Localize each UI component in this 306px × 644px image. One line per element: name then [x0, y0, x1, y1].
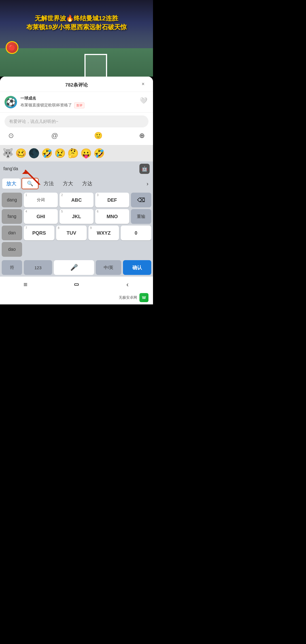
emoji-grinning-sweat[interactable]: 🤣 — [41, 148, 53, 159]
key-reenter[interactable]: 重输 — [131, 209, 151, 224]
video-field — [0, 48, 153, 77]
emoji-button[interactable]: 🙂 — [93, 130, 104, 141]
at-icon: @ — [51, 132, 58, 140]
avatar-image: ⚽ — [5, 96, 17, 108]
annotation-container: 放大 🔍 方法 方大 方达 › — [0, 176, 153, 191]
comment-avatar: ⚽ — [5, 96, 17, 108]
back-icon: ‹ — [126, 281, 129, 289]
microphone-icon: 🎤 — [70, 264, 78, 271]
key-fu[interactable]: 符 — [2, 260, 22, 275]
home-icon — [74, 283, 79, 286]
left-key-dang[interactable]: dang — [2, 193, 22, 207]
emoji-laugh[interactable]: 🤣 — [94, 148, 105, 159]
comment-input[interactable]: 有爱评论，说点儿好听的~ — [5, 115, 148, 127]
key-8-label: TUV — [67, 231, 76, 235]
suggestion-fangda3[interactable]: 方达 — [78, 178, 96, 189]
video-title-line1: 无解世界波🔥终结曼城12连胜 — [8, 14, 145, 23]
keyboard-typing-text: fang'da — [3, 166, 18, 171]
key-8-number: 8 — [58, 227, 60, 230]
left-key-fang[interactable]: fang — [2, 209, 22, 224]
key-1-label: 分词 — [37, 197, 45, 203]
key-2-label: ABC — [71, 198, 82, 203]
ai-button[interactable]: 🤖 — [139, 164, 150, 174]
comment-tag: 首评 — [74, 102, 84, 108]
comments-header: 782条评论 × — [0, 77, 153, 92]
mention-button[interactable]: @ — [49, 130, 60, 141]
key-123[interactable]: 123 — [24, 260, 52, 275]
keyboard-main: dang fang dan dao 1 分词 2 ABC 3 DEF ⌫ — [0, 191, 153, 258]
keyboard-row-1: 1 分词 2 ABC 3 DEF ⌫ — [24, 193, 151, 207]
nav-home-button[interactable] — [68, 280, 85, 289]
video-title: 无解世界波🔥终结曼城12连胜 布莱顿19岁小将恩西索远射石破天惊 — [8, 14, 145, 32]
comment-item: ⚽ 一球成名 布莱顿直接锁定欧联杯资格了 首评 🤍 — [0, 92, 153, 112]
suggestion-fangda2[interactable]: 方大 — [59, 178, 77, 189]
comments-title: 782条评论 — [65, 82, 88, 88]
input-placeholder: 有爱评论，说点儿好听的~ — [9, 119, 58, 124]
emoji-thinking[interactable]: 🤔 — [67, 148, 79, 159]
input-actions: ⊙ @ 🙂 ⊕ — [5, 127, 148, 142]
goal-post — [84, 54, 107, 77]
key-4-ghi[interactable]: 4 GHI — [24, 209, 58, 224]
key-0[interactable]: 0 — [121, 226, 151, 240]
suggestions-row: 放大 🔍 方法 方大 方达 › — [0, 176, 153, 191]
camera-button[interactable]: ⊙ — [6, 130, 16, 141]
suggestion-fangfa[interactable]: 方法 — [40, 178, 58, 189]
search-icon: 🔍 — [27, 180, 33, 187]
watermark-text: 无极安卓网 — [119, 295, 137, 300]
key-1-number: 1 — [26, 194, 27, 197]
key-delete[interactable]: ⌫ — [131, 193, 151, 207]
comments-panel: 782条评论 × ⚽ 一球成名 布莱顿直接锁定欧联杯资格了 首评 🤍 — [0, 77, 153, 112]
key-3-label: DEF — [107, 198, 117, 203]
watermark-bar: 无极安卓网 W — [0, 291, 153, 304]
plus-icon: ⊕ — [139, 132, 145, 140]
key-2-abc[interactable]: 2 ABC — [60, 193, 94, 207]
emoji-woozy[interactable]: 🥴 — [15, 148, 27, 159]
keyboard-left-col: dang fang dan dao — [2, 193, 22, 257]
close-button[interactable]: × — [139, 80, 147, 89]
watermark-logo: W — [139, 293, 148, 302]
comment-username: 一球成名 — [20, 96, 135, 101]
key-8-tuv[interactable]: 8 TUV — [56, 226, 87, 240]
menu-icon: ≡ — [24, 281, 27, 289]
key-confirm[interactable]: 确认 — [123, 260, 151, 275]
comment-like-button[interactable]: 🤍 — [138, 96, 148, 104]
suggestion-search[interactable]: 🔍 — [22, 178, 39, 189]
keyboard-keys-grid: 1 分词 2 ABC 3 DEF ⌫ 4 GHI 5 JKL — [24, 193, 151, 257]
channel-avatar[interactable]: 🔴 — [6, 41, 18, 54]
key-5-jkl[interactable]: 5 JKL — [60, 209, 94, 224]
smiley-icon: 🙂 — [94, 132, 103, 140]
emoji-cry[interactable]: 😢 — [54, 148, 66, 159]
add-button[interactable]: ⊕ — [137, 130, 147, 141]
suggestion-fangda[interactable]: 放大 — [2, 178, 20, 189]
nav-bar: ≡ ‹ — [0, 277, 153, 291]
key-7-pqrs[interactable]: 7 PQRS — [24, 226, 54, 240]
input-area: 有爱评论，说点儿好听的~ ⊙ @ 🙂 ⊕ — [0, 112, 153, 145]
ai-icon: 🤖 — [141, 166, 148, 172]
key-3-number: 3 — [97, 194, 99, 197]
video-section: 无解世界波🔥终结曼城12连胜 布莱顿19岁小将恩西索远射石破天惊 🔴 — [0, 0, 153, 77]
key-1-fenci[interactable]: 1 分词 — [24, 193, 58, 207]
nav-back-button[interactable]: ‹ — [119, 280, 136, 289]
keyboard-row-2: 4 GHI 5 JKL 6 MNO 重输 — [24, 209, 151, 224]
suggestions-more-arrow[interactable]: › — [144, 180, 151, 187]
key-2-number: 2 — [61, 194, 63, 197]
emoji-wolf[interactable]: 🐺 — [2, 148, 14, 159]
emoji-tongue[interactable]: 😛 — [80, 148, 92, 159]
key-6-label: MNO — [107, 214, 118, 219]
key-9-wxyz[interactable]: 9 WXYZ — [88, 226, 119, 240]
emoji-moon[interactable]: 🌑 — [28, 148, 40, 159]
key-0-label: 0 — [135, 231, 137, 235]
comment-content: 一球成名 布莱顿直接锁定欧联杯资格了 首评 — [20, 96, 135, 108]
nav-menu-button[interactable]: ≡ — [17, 280, 34, 289]
left-key-dan[interactable]: dan — [2, 226, 22, 240]
keyboard-row-3: 7 PQRS 8 TUV 9 WXYZ 0 — [24, 226, 151, 240]
key-9-number: 9 — [90, 227, 92, 230]
key-lang[interactable]: 中/英 — [96, 260, 121, 275]
key-3-def[interactable]: 3 DEF — [95, 193, 129, 207]
key-6-mno[interactable]: 6 MNO — [95, 209, 129, 224]
keyboard-input-row: fang'da 🤖 — [0, 161, 153, 176]
left-key-dao[interactable]: dao — [2, 242, 22, 257]
key-space[interactable]: 🎤 — [54, 260, 94, 275]
reenter-label: 重输 — [137, 214, 145, 219]
key-5-number: 5 — [61, 210, 63, 213]
